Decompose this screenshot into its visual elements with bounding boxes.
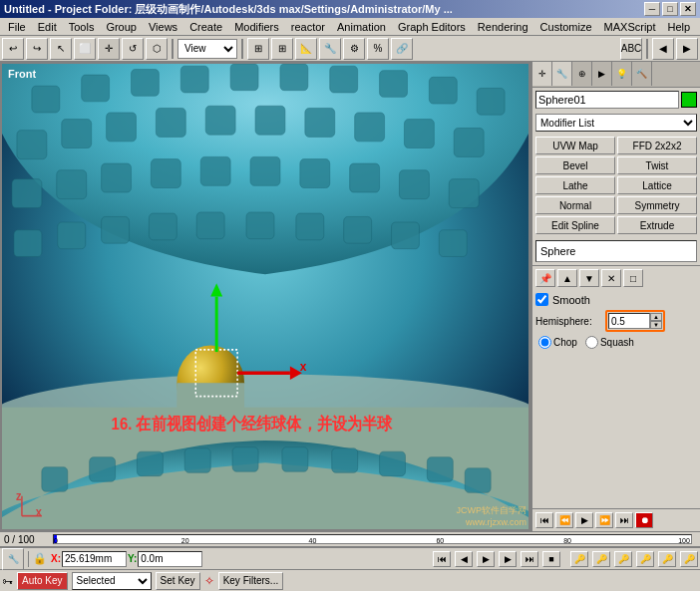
transport-next[interactable]: ⏩ [595, 512, 613, 528]
tab-create[interactable]: ✛ [532, 62, 552, 86]
tool-ref3[interactable]: ⚙ [343, 38, 365, 60]
nav-next-frame[interactable]: ⏭ [521, 551, 538, 567]
menu-file[interactable]: File [2, 20, 32, 34]
mod-extrude[interactable]: Extrude [617, 216, 697, 234]
tool-named-sel[interactable]: ABC [620, 38, 642, 60]
transport-prev[interactable]: ⏪ [555, 512, 573, 528]
x-coord-input[interactable] [62, 551, 127, 567]
modifier-stack[interactable]: Sphere [535, 240, 697, 262]
tool-scale[interactable]: ⬡ [146, 38, 168, 60]
maximize-button[interactable]: □ [662, 2, 678, 16]
y-coord-input[interactable] [138, 551, 202, 567]
tab-modify[interactable]: 🔧 [552, 62, 572, 86]
menu-group[interactable]: Group [100, 20, 143, 34]
mod-symmetry[interactable]: Symmetry [617, 196, 697, 214]
menu-tools[interactable]: Tools [63, 20, 101, 34]
tab-motion[interactable]: ▶ [592, 62, 612, 86]
tool-select[interactable]: ↖ [50, 38, 72, 60]
set-key-icon: ✧ [204, 574, 214, 588]
menu-help[interactable]: Help [662, 20, 697, 34]
tool-ref2[interactable]: 🔧 [319, 38, 341, 60]
menu-animation[interactable]: Animation [331, 20, 392, 34]
transport-prev-key[interactable]: ⏮ [535, 512, 553, 528]
menu-modifiers[interactable]: Modifiers [228, 20, 285, 34]
stack-move-up-btn[interactable]: ▲ [557, 269, 577, 287]
nav-play[interactable]: ▶ [477, 551, 495, 567]
main-area: Front [0, 62, 700, 531]
view-dropdown[interactable]: View [177, 39, 237, 59]
selected-dropdown[interactable]: Selected [72, 572, 152, 590]
nav-key4[interactable]: 🔑 [636, 551, 654, 567]
stack-pin-btn[interactable]: 📌 [535, 269, 555, 287]
tab-utilities[interactable]: 🔨 [632, 62, 652, 86]
tab-hierarchy[interactable]: ⊕ [572, 62, 592, 86]
timeline-slider[interactable]: 0 20 40 60 80 100 [53, 534, 692, 544]
tool-redo[interactable]: ↪ [26, 38, 48, 60]
svg-rect-43 [42, 467, 68, 491]
nav-key1[interactable]: 🔑 [570, 551, 588, 567]
nav-key2[interactable]: 🔑 [592, 551, 610, 567]
mod-normal[interactable]: Normal [535, 196, 615, 214]
squash-radio[interactable] [585, 336, 598, 349]
close-button[interactable]: ✕ [680, 2, 696, 16]
nav-next[interactable]: ▶ [499, 551, 517, 567]
menu-edit[interactable]: Edit [32, 20, 63, 34]
mod-ffd[interactable]: FFD 2x2x2 [617, 137, 697, 154]
nav-key6[interactable]: 🔑 [680, 551, 698, 567]
menu-customize[interactable]: Customize [534, 20, 598, 34]
tool-select-region[interactable]: ⬜ [74, 38, 96, 60]
svg-rect-37 [196, 212, 224, 239]
hemisphere-spin-down[interactable]: ▼ [650, 321, 662, 329]
menu-reactor[interactable]: reactor [285, 20, 331, 34]
smooth-checkbox[interactable] [535, 293, 548, 306]
menu-graph-editors[interactable]: Graph Editors [392, 20, 472, 34]
set-key-button[interactable]: Set Key [156, 572, 200, 590]
modifier-list-dropdown[interactable]: Modifier List [535, 114, 697, 132]
viewport[interactable]: Front [0, 62, 530, 531]
tool-extra1[interactable]: ◀ [652, 38, 674, 60]
tool-snap2[interactable]: ⊞ [271, 38, 293, 60]
mod-lattice[interactable]: Lattice [617, 176, 697, 194]
mod-twist[interactable]: Twist [617, 156, 697, 174]
hemisphere-spin-up[interactable]: ▲ [650, 313, 662, 321]
transport-record[interactable]: ⏺ [635, 512, 653, 528]
tool-move[interactable]: ✛ [98, 38, 120, 60]
key-filters-button[interactable]: Key Filters... [218, 572, 284, 590]
tool-extra2[interactable]: ▶ [676, 38, 698, 60]
tool-ref1[interactable]: 📐 [295, 38, 317, 60]
tab-display[interactable]: 💡 [612, 62, 632, 86]
menu-views[interactable]: Views [143, 20, 183, 34]
nav-key3[interactable]: 🔑 [614, 551, 632, 567]
mod-uvw-map[interactable]: UVW Map [535, 137, 615, 154]
nav-key5[interactable]: 🔑 [658, 551, 676, 567]
hemisphere-input[interactable] [608, 313, 650, 329]
minimize-button[interactable]: ─ [644, 2, 660, 16]
tool-ref4[interactable]: % [367, 38, 389, 60]
mod-bevel[interactable]: Bevel [535, 156, 615, 174]
stack-move-down-btn[interactable]: ▼ [579, 269, 599, 287]
transport-play[interactable]: ▶ [575, 512, 593, 528]
menu-maxscript[interactable]: MAXScript [598, 20, 662, 34]
mod-lathe[interactable]: Lathe [535, 176, 615, 194]
tool-snap[interactable]: ⊞ [247, 38, 269, 60]
nav-prev-frame[interactable]: ⏮ [433, 551, 451, 567]
navigation-btn1[interactable]: 🔧 [2, 548, 24, 570]
nav-stop[interactable]: ■ [542, 551, 560, 567]
nav-prev[interactable]: ◀ [455, 551, 473, 567]
tool-rotate[interactable]: ↺ [122, 38, 144, 60]
stack-config-btn[interactable]: □ [623, 269, 643, 287]
object-color-swatch[interactable] [681, 92, 697, 108]
stack-delete-btn[interactable]: ✕ [601, 269, 621, 287]
transport-next-key[interactable]: ⏭ [615, 512, 633, 528]
tool-ref5[interactable]: 🔗 [391, 38, 413, 60]
menu-create[interactable]: Create [183, 20, 228, 34]
auto-key-button[interactable]: Auto Key [17, 572, 68, 590]
menu-rendering[interactable]: Rendering [472, 20, 534, 34]
svg-rect-45 [137, 451, 163, 475]
chop-radio[interactable] [538, 336, 551, 349]
object-name-input[interactable] [535, 91, 679, 109]
squash-label: Squash [600, 337, 634, 348]
mod-edit-spline[interactable]: Edit Spline [535, 216, 615, 234]
tool-undo[interactable]: ↩ [2, 38, 24, 60]
params-area: Smooth Hemisphere: ▲ ▼ Chop [532, 290, 700, 508]
